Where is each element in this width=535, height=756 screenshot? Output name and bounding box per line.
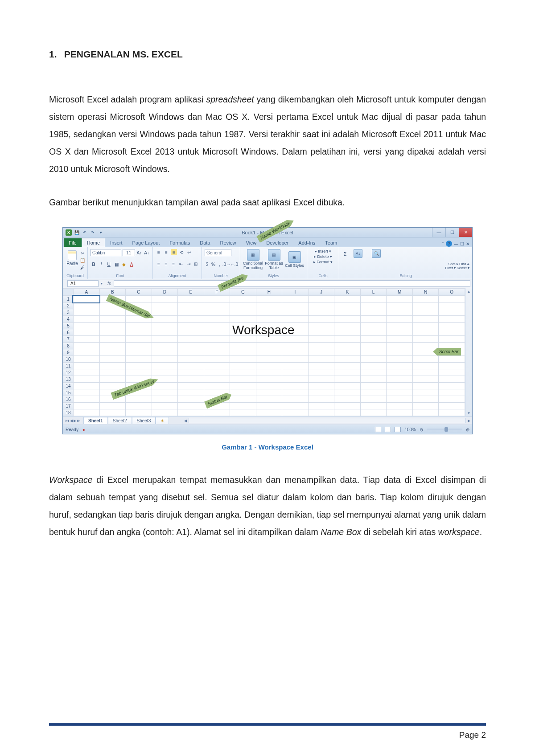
minimize-button[interactable]: —	[432, 228, 445, 237]
font-color-icon[interactable]: A	[128, 262, 135, 268]
horizontal-scrollbar[interactable]: ◀ ▶	[182, 418, 472, 423]
cell[interactable]	[256, 309, 282, 316]
cell[interactable]	[73, 302, 99, 309]
tab-addins[interactable]: Add-Ins	[293, 238, 320, 247]
cell[interactable]	[412, 363, 439, 369]
cut-icon[interactable]: ✂	[79, 250, 86, 256]
cell[interactable]	[334, 369, 361, 376]
row-header[interactable]: 11	[63, 363, 74, 369]
cell[interactable]	[204, 369, 230, 376]
cell[interactable]	[360, 376, 387, 383]
cell[interactable]	[126, 369, 152, 376]
cell[interactable]	[334, 403, 361, 409]
col-header[interactable]: E	[178, 289, 204, 296]
cell[interactable]	[282, 343, 309, 349]
cell[interactable]	[308, 396, 334, 403]
cell[interactable]	[360, 323, 387, 329]
cell[interactable]	[360, 403, 387, 409]
cell[interactable]	[439, 369, 465, 376]
cell[interactable]	[178, 356, 204, 363]
sheet-tab-2[interactable]: Sheet2	[108, 417, 132, 424]
sort-filter-button[interactable]: A↓	[350, 249, 366, 259]
align-right-icon[interactable]: ≡	[170, 261, 177, 267]
view-layout-icon[interactable]	[385, 427, 391, 432]
cell[interactable]	[152, 349, 178, 356]
cell[interactable]	[334, 376, 361, 383]
cell[interactable]	[178, 363, 204, 369]
cell[interactable]	[73, 409, 99, 416]
cell[interactable]	[230, 409, 256, 416]
close-button[interactable]: ✕	[459, 228, 472, 237]
fx-label[interactable]: fx	[105, 279, 114, 288]
cell[interactable]	[99, 309, 126, 316]
inc-decimal-icon[interactable]: .0→	[223, 262, 230, 268]
cell[interactable]	[204, 409, 230, 416]
cell[interactable]	[360, 396, 387, 403]
col-header[interactable]: H	[256, 289, 282, 296]
dec-decimal-icon[interactable]: ←.0	[231, 262, 237, 268]
cell[interactable]	[99, 336, 126, 343]
percent-icon[interactable]: %	[211, 262, 216, 268]
tab-file[interactable]: File	[64, 238, 82, 247]
row-header[interactable]: 2	[63, 302, 74, 309]
format-painter-icon[interactable]: 🖌	[79, 264, 86, 270]
cell[interactable]	[178, 409, 204, 416]
cell[interactable]	[334, 363, 361, 369]
cell[interactable]	[152, 363, 178, 369]
cell[interactable]	[308, 323, 334, 329]
cell[interactable]	[387, 409, 413, 416]
cell[interactable]	[99, 323, 126, 329]
copy-icon[interactable]: 📋	[79, 257, 86, 263]
cell[interactable]	[256, 369, 282, 376]
sheet-tab-3[interactable]: Sheet3	[132, 417, 156, 424]
cell[interactable]	[282, 316, 309, 323]
cell[interactable]	[126, 349, 152, 356]
col-header[interactable]: O	[439, 289, 465, 296]
cell[interactable]	[360, 383, 387, 389]
cell[interactable]	[99, 356, 126, 363]
cell[interactable]	[178, 349, 204, 356]
col-header[interactable]: I	[282, 289, 309, 296]
delete-cells-button[interactable]: ▸ Delete ▾	[310, 254, 336, 259]
cell[interactable]	[412, 296, 439, 302]
align-left-icon[interactable]: ≡	[156, 261, 162, 267]
cell[interactable]	[178, 396, 204, 403]
cell[interactable]	[230, 403, 256, 409]
cell[interactable]	[152, 369, 178, 376]
cell[interactable]	[230, 356, 256, 363]
cell[interactable]	[178, 309, 204, 316]
col-header[interactable]: A	[73, 289, 99, 296]
cell[interactable]	[387, 383, 413, 389]
cell[interactable]	[360, 336, 387, 343]
cell[interactable]	[99, 409, 126, 416]
cell[interactable]	[126, 356, 152, 363]
cell[interactable]	[360, 343, 387, 349]
cell[interactable]	[99, 316, 126, 323]
row-header[interactable]: 4	[63, 316, 74, 323]
view-normal-icon[interactable]	[375, 427, 381, 432]
cell-styles-button[interactable]: ▣ Cell Styles	[285, 251, 304, 268]
cell[interactable]	[308, 349, 334, 356]
cell[interactable]	[334, 302, 361, 309]
currency-icon[interactable]: $	[205, 262, 210, 268]
cell[interactable]	[334, 356, 361, 363]
cell[interactable]	[230, 316, 256, 323]
cell[interactable]	[387, 323, 413, 329]
number-format-select[interactable]: General	[205, 249, 231, 256]
cell[interactable]	[387, 363, 413, 369]
underline-icon[interactable]: U	[106, 262, 112, 268]
cell[interactable]	[230, 363, 256, 369]
cell[interactable]	[204, 363, 230, 369]
cell[interactable]	[282, 403, 309, 409]
cell[interactable]	[204, 356, 230, 363]
cell[interactable]	[387, 396, 413, 403]
cell[interactable]	[308, 409, 334, 416]
undo-icon[interactable]: ↶	[82, 229, 88, 236]
cell[interactable]	[439, 389, 465, 396]
cell[interactable]	[178, 323, 204, 329]
cell[interactable]	[73, 316, 99, 323]
comma-icon[interactable]: ,	[217, 262, 222, 268]
cell[interactable]	[99, 329, 126, 336]
cell[interactable]	[308, 302, 334, 309]
view-pagebreak-icon[interactable]	[395, 427, 401, 432]
